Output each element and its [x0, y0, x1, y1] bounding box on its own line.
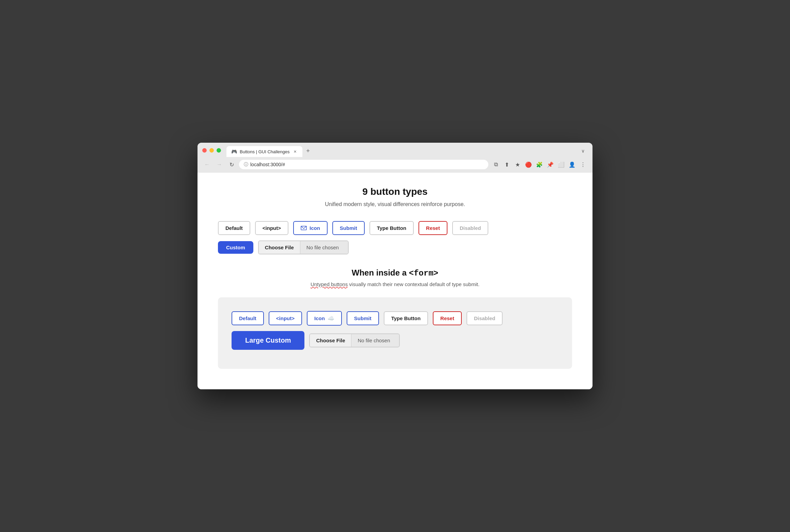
- disabled-button: Disabled: [452, 221, 489, 235]
- back-button[interactable]: ←: [202, 160, 212, 169]
- large-custom-button[interactable]: Large Custom: [232, 331, 304, 350]
- traffic-maximize-btn[interactable]: [217, 148, 221, 153]
- tab-close-icon[interactable]: ✕: [292, 149, 298, 154]
- icon-button-label: Icon: [310, 225, 320, 231]
- page-subtitle: Unified modern style, visual differences…: [218, 201, 572, 207]
- chrome-addressbar: ← → ↻ ⓘ localhost:3000/# ⧉ ⬆ ★ 🔴 🧩 📌 ⬜ 👤…: [198, 157, 592, 173]
- traffic-minimize-btn[interactable]: [209, 148, 214, 153]
- address-bar[interactable]: ⓘ localhost:3000/#: [239, 160, 488, 169]
- form-section: Default <input> Icon ☁️ Submit Type Butt…: [218, 297, 572, 369]
- submit-button[interactable]: Submit: [332, 221, 365, 235]
- form-disabled-button: Disabled: [467, 311, 503, 325]
- form-icon-button[interactable]: Icon ☁️: [307, 311, 342, 326]
- tab-label: Buttons | GUI Challenges: [240, 149, 289, 154]
- mail-icon: [301, 226, 307, 230]
- file-input-wrapper: Choose File No file chosen: [258, 240, 349, 254]
- form-default-button[interactable]: Default: [232, 311, 264, 325]
- page-content: 9 button types Unified modern style, vis…: [198, 173, 592, 389]
- reset-button[interactable]: Reset: [418, 221, 447, 235]
- custom-button[interactable]: Custom: [218, 241, 253, 254]
- input-button[interactable]: <input>: [255, 221, 288, 235]
- traffic-close-btn[interactable]: [202, 148, 207, 153]
- sidebar-icon[interactable]: ⬜: [556, 160, 566, 169]
- toolbar-icons: ⧉ ⬆ ★ 🔴 🧩 📌 ⬜ 👤 ⋮: [491, 160, 588, 169]
- page-title: 9 button types: [218, 186, 572, 197]
- form-submit-button[interactable]: Submit: [347, 311, 379, 325]
- large-custom-file-row: Large Custom Choose File No file chosen: [232, 331, 558, 350]
- profile-icon[interactable]: 👤: [567, 160, 577, 169]
- chrome-titlebar: 🎮 Buttons | GUI Challenges ✕ + ∨: [198, 143, 592, 157]
- bookmark-icon[interactable]: ★: [513, 160, 522, 169]
- form-input-button[interactable]: <input>: [269, 311, 302, 325]
- share-icon[interactable]: ⬆: [502, 160, 511, 169]
- more-menu-icon[interactable]: ⋮: [578, 160, 588, 169]
- new-tab-button[interactable]: +: [303, 146, 313, 156]
- default-button[interactable]: Default: [218, 221, 250, 235]
- active-tab[interactable]: 🎮 Buttons | GUI Challenges ✕: [226, 146, 302, 157]
- pin-icon[interactable]: 📌: [546, 160, 555, 169]
- choose-file-button[interactable]: Choose File: [259, 241, 300, 254]
- forward-button[interactable]: →: [215, 160, 224, 169]
- form-type-button-button[interactable]: Type Button: [384, 311, 428, 325]
- section-subtitle-rest: visually match their new contextual defa…: [348, 281, 479, 287]
- puzzle-icon[interactable]: 🧩: [535, 160, 544, 169]
- no-file-chosen-text: No file chosen: [300, 241, 348, 254]
- address-lock-icon: ⓘ: [244, 161, 248, 168]
- browser-window: 🎮 Buttons | GUI Challenges ✕ + ∨ ← → ↻ ⓘ…: [198, 143, 592, 389]
- custom-file-row: Custom Choose File No file chosen: [218, 240, 572, 254]
- chrome-traffic: [202, 148, 221, 153]
- open-tab-icon[interactable]: ⧉: [491, 160, 501, 169]
- form-reset-button[interactable]: Reset: [433, 311, 462, 325]
- button-row-2: Default <input> Icon ☁️ Submit Type Butt…: [232, 311, 558, 326]
- type-button-button[interactable]: Type Button: [369, 221, 414, 235]
- section-title-text: When inside a: [352, 268, 409, 277]
- form-no-file-chosen-text: No file chosen: [351, 334, 399, 347]
- cloud-icon: ☁️: [328, 315, 334, 322]
- form-section-title: When inside a <form>: [218, 268, 572, 278]
- chrome-tabs: 🎮 Buttons | GUI Challenges ✕ +: [226, 146, 578, 157]
- refresh-button[interactable]: ↻: [227, 160, 236, 169]
- icon-button[interactable]: Icon: [293, 221, 328, 235]
- address-url-text: localhost:3000/#: [250, 162, 285, 167]
- form-file-input-wrapper: Choose File No file chosen: [309, 333, 400, 347]
- form-choose-file-button[interactable]: Choose File: [310, 334, 351, 347]
- section-title-code: <form>: [409, 269, 438, 278]
- form-icon-button-label: Icon: [314, 315, 325, 321]
- button-row-1: Default <input> Icon Submit Type Button …: [218, 221, 572, 235]
- tab-favicon-icon: 🎮: [231, 149, 237, 154]
- window-expand-button[interactable]: ∨: [578, 146, 588, 156]
- extension1-icon[interactable]: 🔴: [524, 160, 533, 169]
- section-subtitle-underline: Untyped buttons: [311, 281, 348, 287]
- section-subtitle: Untyped buttons visually match their new…: [218, 281, 572, 287]
